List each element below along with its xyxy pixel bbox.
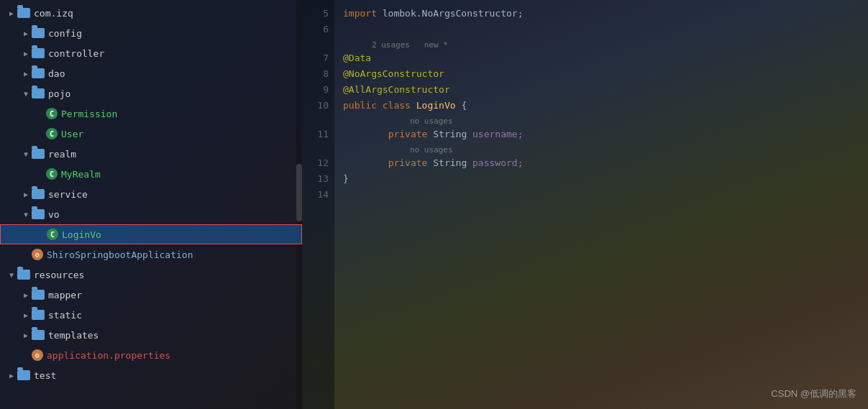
tree-item-application.properties[interactable]: ⚙application.properties <box>0 345 302 365</box>
tree-item-Permission[interactable]: CPermission <box>0 104 302 124</box>
tree-item-controller[interactable]: ▶controller <box>0 43 302 63</box>
folder-icon-dao <box>32 68 45 78</box>
line-number: 11 <box>302 127 329 142</box>
tree-arrow-controller: ▶ <box>20 50 32 58</box>
line-numbers: 56 78910 11 121314 <box>302 0 334 409</box>
code-line: @NoArgsConstructor <box>343 66 859 82</box>
watermark: CSDN @低调的黑客 <box>771 387 856 400</box>
tree-label-service: service <box>48 189 88 200</box>
tree-item-resources[interactable]: ▼resources <box>0 265 302 285</box>
line-number: 14 <box>302 187 329 203</box>
tree-label-com-izq: com.izq <box>34 8 73 19</box>
tree-item-User[interactable]: CUser <box>0 124 302 144</box>
tree-label-mapper: mapper <box>48 290 82 300</box>
tree-arrow-templates: ▶ <box>20 331 32 339</box>
hint-line: no usages <box>343 114 859 127</box>
tree-item-dao[interactable]: ▶dao <box>0 63 302 83</box>
tree-label-config: config <box>48 28 82 39</box>
tree-label-LoginVo: LoginVo <box>62 229 101 240</box>
folder-icon-templates <box>32 330 45 340</box>
tree-label-MyRealm: MyRealm <box>61 169 101 180</box>
class-icon-ShiroSpringbootApplication: ⚙ <box>32 249 43 260</box>
tree-arrow-dao: ▶ <box>20 70 32 78</box>
tree-inner: ▶com.izq▶config▶controller▶dao▼pojoCPerm… <box>0 0 302 388</box>
code-line <box>343 187 859 203</box>
hint-line: no usages <box>343 142 859 155</box>
tree-item-LoginVo[interactable]: CLoginVo <box>0 224 302 244</box>
tree-arrow-test: ▶ <box>6 372 17 380</box>
tree-arrow-static: ▶ <box>20 311 32 319</box>
tree-item-service[interactable]: ▶service <box>0 184 302 204</box>
tree-arrow-vo: ▼ <box>20 211 32 219</box>
folder-icon-pojo <box>32 88 45 98</box>
tree-label-realm: realm <box>48 149 76 160</box>
tree-item-ShiroSpringbootApplication[interactable]: ⚙ShiroSpringbootApplication <box>0 244 302 265</box>
folder-icon-config <box>32 28 45 38</box>
file-tree: ▶com.izq▶config▶controller▶dao▼pojoCPerm… <box>0 0 302 409</box>
folder-icon-controller <box>32 48 45 58</box>
line-number: 9 <box>302 82 329 98</box>
tree-arrow-pojo: ▼ <box>20 90 32 98</box>
tree-item-static[interactable]: ▶static <box>0 305 302 325</box>
line-number: 7 <box>302 50 329 66</box>
hint-line: 2 usages new * <box>343 37 859 50</box>
tree-label-Permission: Permission <box>61 109 117 119</box>
class-icon-User: C <box>46 128 58 139</box>
tree-label-vo: vo <box>48 209 60 220</box>
tree-item-com-izq[interactable]: ▶com.izq <box>0 3 302 23</box>
tree-arrow-mapper: ▶ <box>20 291 32 299</box>
class-icon-MyRealm: C <box>46 168 58 180</box>
tree-label-resources: resources <box>34 270 84 280</box>
tree-label-User: User <box>61 129 83 139</box>
code-line: private String password; <box>343 155 859 171</box>
folder-icon-resources <box>17 270 30 280</box>
code-content: 56 78910 11 121314 import lombok.NoArgsC… <box>302 0 868 409</box>
tree-item-test[interactable]: ▶test <box>0 365 302 385</box>
tree-arrow-service: ▶ <box>20 190 32 198</box>
code-line: import lombok.NoArgsConstructor; <box>343 6 859 22</box>
tree-item-mapper[interactable]: ▶mapper <box>0 285 302 305</box>
line-number: 12 <box>302 155 329 171</box>
line-number: 6 <box>302 22 329 37</box>
config-icon-application.properties: ⚙ <box>32 349 43 361</box>
tree-item-MyRealm[interactable]: CMyRealm <box>0 164 302 184</box>
tree-arrow-config: ▶ <box>20 29 32 37</box>
tree-label-static: static <box>48 310 82 321</box>
folder-icon-com-izq <box>17 8 30 18</box>
tree-item-templates[interactable]: ▶templates <box>0 325 302 345</box>
code-lines: import lombok.NoArgsConstructor;2 usages… <box>334 0 868 409</box>
tree-label-templates: templates <box>48 330 99 341</box>
line-number: 5 <box>302 6 329 22</box>
code-line <box>343 22 859 37</box>
tree-label-application.properties: application.properties <box>47 350 170 361</box>
folder-icon-service <box>32 189 45 199</box>
tree-item-pojo[interactable]: ▼pojo <box>0 83 302 104</box>
folder-icon-mapper <box>32 290 45 300</box>
line-number: 10 <box>302 98 329 114</box>
line-number: 8 <box>302 66 329 82</box>
tree-label-dao: dao <box>48 68 65 79</box>
tree-item-realm[interactable]: ▼realm <box>0 144 302 164</box>
code-line: private String username; <box>343 127 859 142</box>
tree-label-test: test <box>34 370 56 381</box>
code-line: public class LoginVo { <box>343 98 859 114</box>
class-icon-LoginVo: C <box>47 229 58 240</box>
tree-arrow-realm: ▼ <box>20 150 32 158</box>
tree-item-vo[interactable]: ▼vo <box>0 204 302 224</box>
tree-label-ShiroSpringbootApplication: ShiroSpringbootApplication <box>47 249 193 260</box>
tree-arrow-resources: ▼ <box>6 271 17 279</box>
line-number: 13 <box>302 171 329 187</box>
folder-icon-realm <box>32 149 45 159</box>
folder-icon-static <box>32 310 45 320</box>
code-line: @AllArgsConstructor <box>343 82 859 98</box>
tree-item-config[interactable]: ▶config <box>0 23 302 43</box>
tree-label-controller: controller <box>48 48 104 59</box>
folder-icon-vo <box>32 209 45 219</box>
folder-icon-test <box>17 370 30 380</box>
code-editor: 56 78910 11 121314 import lombok.NoArgsC… <box>302 0 868 409</box>
tree-label-pojo: pojo <box>48 88 70 99</box>
tree-arrow-com-izq: ▶ <box>6 9 17 17</box>
class-icon-Permission: C <box>46 108 58 119</box>
code-line: } <box>343 171 859 187</box>
